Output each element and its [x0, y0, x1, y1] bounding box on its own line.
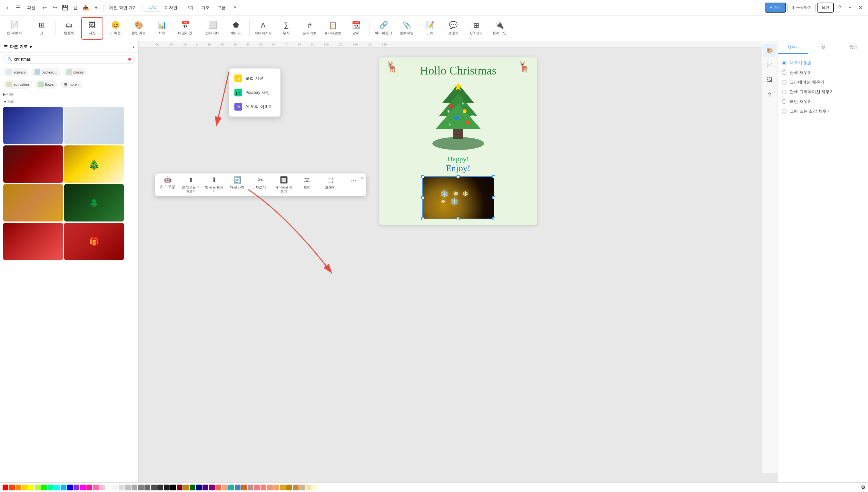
note-tool[interactable]: 📝 노트: [419, 17, 441, 40]
color-swatch[interactable]: [119, 485, 124, 490]
color-swatch[interactable]: [125, 485, 131, 490]
color-swatch[interactable]: [112, 485, 118, 490]
color-swatch[interactable]: [170, 485, 176, 490]
color-swatch[interactable]: [241, 485, 247, 490]
pixabay-option[interactable]: px Pixabay 사진: [229, 85, 280, 100]
photo-tool[interactable]: 🖼 사진: [81, 17, 103, 40]
side-icon-image[interactable]: 🖼: [763, 74, 776, 87]
fill-radio-texture[interactable]: [782, 109, 787, 114]
color-swatch[interactable]: [131, 485, 138, 490]
safe-crop-tool[interactable]: 🔲 세이프로 자 르기: [275, 176, 293, 193]
color-swatch[interactable]: [93, 485, 99, 490]
fill-option-solid-gradient[interactable]: 단색 그라데이션 채우기: [782, 87, 864, 97]
image-thumb-2[interactable]: [64, 107, 124, 144]
template-tool[interactable]: 🗂 템플릿: [58, 17, 80, 40]
tab-line[interactable]: 선: [808, 41, 838, 54]
color-swatch[interactable]: [54, 485, 60, 490]
search-input[interactable]: [14, 57, 126, 62]
color-swatch[interactable]: [222, 485, 228, 490]
handle-bl[interactable]: [421, 217, 424, 220]
color-swatch[interactable]: [254, 485, 260, 490]
shape-tool[interactable]: ⬟ 셰이프: [225, 17, 247, 40]
fill-option-texture[interactable]: 그림 또는 질감 채우기: [782, 106, 864, 116]
container-tool[interactable]: ⬜ 컨테이너: [201, 17, 223, 40]
color-swatch[interactable]: [60, 485, 67, 490]
color-swatch[interactable]: [273, 485, 279, 490]
blank-page-tool[interactable]: 📄 빈 페이지: [3, 17, 25, 40]
math-tool[interactable]: ∑ 수식: [275, 17, 297, 40]
color-swatch[interactable]: [299, 485, 305, 490]
ai-image-option[interactable]: ✨ AI 제작 이미지: [229, 100, 280, 114]
tab-fill[interactable]: 채우기: [778, 41, 808, 54]
replace-tool[interactable]: 🔄 대체하기: [228, 176, 246, 190]
color-swatch[interactable]: [145, 485, 150, 490]
image-thumb-8[interactable]: 🎁: [64, 223, 124, 260]
chart-tool[interactable]: 📊 차트: [151, 17, 173, 40]
color-swatch[interactable]: [151, 485, 157, 490]
post-button[interactable]: ✈ 게시: [765, 3, 786, 13]
color-swatch[interactable]: [22, 485, 28, 490]
panel-collapse-button[interactable]: ‹: [133, 45, 134, 49]
color-swatch[interactable]: [183, 485, 189, 490]
color-swatch[interactable]: [9, 485, 15, 490]
help-button[interactable]: ?: [835, 3, 844, 12]
color-swatch[interactable]: [16, 485, 21, 490]
font-symbol-tool[interactable]: # 폰트 기호: [299, 17, 321, 40]
image-thumb-1[interactable]: [3, 107, 63, 144]
category-background[interactable]: backgro...: [31, 68, 60, 76]
float-close-button[interactable]: ✕: [361, 175, 364, 180]
print-button[interactable]: 🖨: [71, 3, 80, 12]
frame-tool[interactable]: ⬚ 프레임: [321, 176, 339, 190]
handle-mr[interactable]: [492, 196, 495, 199]
local-photo-option[interactable]: 📁 로컬 사진: [229, 71, 280, 85]
color-swatch[interactable]: [74, 485, 79, 490]
color-swatch[interactable]: [248, 485, 253, 490]
color-swatch[interactable]: [215, 485, 221, 490]
export-button[interactable]: 📤: [81, 3, 90, 12]
minimize-button[interactable]: −: [845, 3, 854, 12]
create-section-arrow[interactable]: ▼: [3, 100, 7, 104]
side-icon-help[interactable]: ?: [763, 88, 776, 101]
color-swatch[interactable]: [35, 485, 41, 490]
category-places[interactable]: places: [63, 68, 87, 76]
color-swatch[interactable]: [280, 485, 286, 490]
file-menu[interactable]: 파일: [24, 3, 39, 12]
color-swatch[interactable]: [209, 485, 215, 490]
advanced-menu[interactable]: 고급: [214, 3, 229, 12]
color-swatch[interactable]: [86, 485, 92, 490]
color-swatch[interactable]: [228, 485, 234, 490]
share-button[interactable]: ⬆ 공유하기: [787, 3, 816, 12]
fill-radio-none[interactable]: [782, 60, 787, 65]
fill-radio-solid[interactable]: [782, 70, 787, 75]
selected-image[interactable]: [423, 177, 494, 219]
color-swatch[interactable]: [261, 485, 266, 490]
attach-file-tool[interactable]: 📎 첨부 파일: [396, 17, 418, 40]
handle-tr[interactable]: [492, 175, 495, 178]
menu-toggle-button[interactable]: ☰: [14, 3, 23, 12]
options-button[interactable]: 옵션: [817, 3, 834, 13]
insert-menu[interactable]: 삽입: [145, 3, 160, 12]
panel-dropdown-icon[interactable]: ▾: [30, 45, 32, 49]
clipart-tool[interactable]: 🎨 클립아트: [128, 17, 150, 40]
handle-ml[interactable]: [421, 196, 424, 199]
selected-image-container[interactable]: [423, 177, 494, 219]
basic-section-arrow[interactable]: ▶: [3, 92, 6, 96]
canvas-viewport[interactable]: M 🦌 🦌 Hollo Christmas: [139, 48, 778, 482]
close-button[interactable]: ✕: [856, 3, 865, 12]
fill-option-solid[interactable]: 단색 채우기: [782, 68, 864, 77]
color-swatch[interactable]: [67, 485, 73, 490]
table-tool[interactable]: ⊞ 표: [31, 17, 53, 40]
color-swatch[interactable]: [3, 485, 8, 490]
back-button[interactable]: ‹: [3, 3, 12, 12]
date-tool[interactable]: 📆 날짜: [345, 17, 367, 40]
fill-option-pattern[interactable]: 패턴 채우기: [782, 97, 864, 106]
plugin-tool[interactable]: 🔌 플러그인: [489, 17, 511, 40]
ai-draw-tool[interactable]: 🤖 AI 드로잉: [159, 176, 177, 189]
fill-radio-gradient[interactable]: [782, 80, 787, 84]
hyperlink-tool[interactable]: 🔗 하이퍼링크: [372, 17, 394, 40]
crop-tool[interactable]: ✂ 자르기: [251, 176, 270, 190]
color-swatch[interactable]: [138, 485, 144, 490]
color-swatch[interactable]: [48, 485, 53, 490]
color-swatch[interactable]: [196, 485, 202, 490]
image-thumb-7[interactable]: [3, 223, 63, 260]
